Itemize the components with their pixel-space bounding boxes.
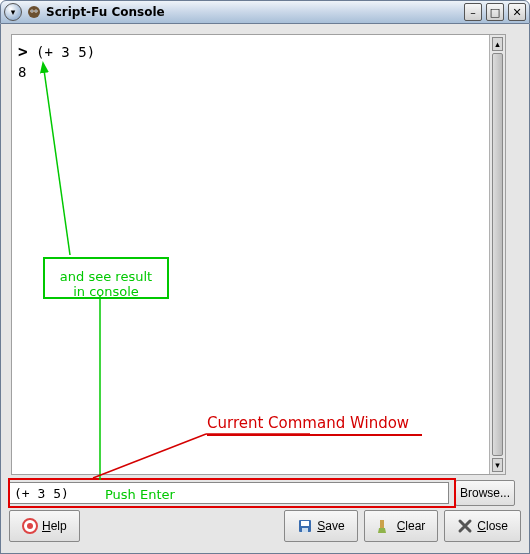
console-scrollbar[interactable]: ▴ ▾: [489, 35, 505, 474]
maximize-button[interactable]: □: [486, 3, 504, 21]
annotation-command-window-underline: [207, 434, 422, 436]
svg-point-3: [31, 10, 32, 11]
window-menu-button[interactable]: ▾: [4, 3, 22, 21]
help-button[interactable]: Help: [9, 510, 80, 542]
svg-rect-8: [301, 521, 309, 526]
window-body: > (+ 3 5) 8 ▴ ▾ and see result in consol…: [0, 24, 530, 554]
save-icon: [297, 518, 313, 534]
console-output-text: > (+ 3 5) 8: [18, 41, 483, 83]
window-title: Script-Fu Console: [46, 5, 165, 19]
command-input[interactable]: [9, 482, 449, 504]
command-input-row: Browse...: [9, 481, 521, 505]
scroll-thumb[interactable]: [492, 53, 503, 456]
svg-point-4: [35, 10, 36, 11]
clear-button[interactable]: Clear: [364, 510, 439, 542]
prompt-symbol: >: [18, 42, 28, 61]
close-icon: [457, 518, 473, 534]
close-button[interactable]: Close: [444, 510, 521, 542]
svg-rect-10: [380, 520, 384, 528]
svg-point-0: [28, 6, 40, 18]
close-window-button[interactable]: ✕: [508, 3, 526, 21]
clear-icon: [377, 518, 393, 534]
annotation-result-box: and see result in console: [43, 257, 169, 299]
help-button-label-rest: elp: [51, 519, 67, 533]
gimp-wilber-icon: [26, 4, 42, 20]
scroll-up-arrow[interactable]: ▴: [492, 37, 503, 51]
svg-rect-9: [302, 528, 308, 532]
annotation-result-line1: and see result: [53, 269, 159, 284]
svg-point-6: [27, 523, 33, 529]
save-button[interactable]: Save: [284, 510, 357, 542]
button-bar: Help Save Clear Close: [9, 509, 521, 543]
console-last-output: 8: [18, 64, 26, 80]
minimize-button[interactable]: –: [464, 3, 482, 21]
annotation-command-window-label: Current Command Window: [207, 414, 409, 432]
help-icon: [22, 518, 38, 534]
annotation-result-line2: in console: [53, 284, 159, 299]
titlebar: ▾ Script-Fu Console – □ ✕: [0, 0, 530, 24]
browse-button[interactable]: Browse...: [455, 480, 515, 506]
console-output-area: > (+ 3 5) 8 ▴ ▾: [11, 34, 506, 475]
scroll-down-arrow[interactable]: ▾: [492, 458, 503, 472]
console-last-input: (+ 3 5): [36, 44, 95, 60]
